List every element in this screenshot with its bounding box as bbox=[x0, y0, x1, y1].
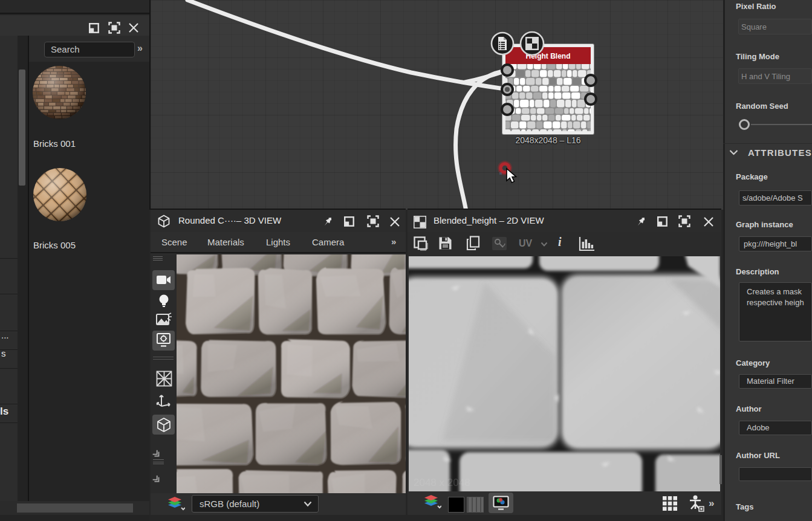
svg-text:2048 x 2048: 2048 x 2048 bbox=[414, 477, 470, 488]
